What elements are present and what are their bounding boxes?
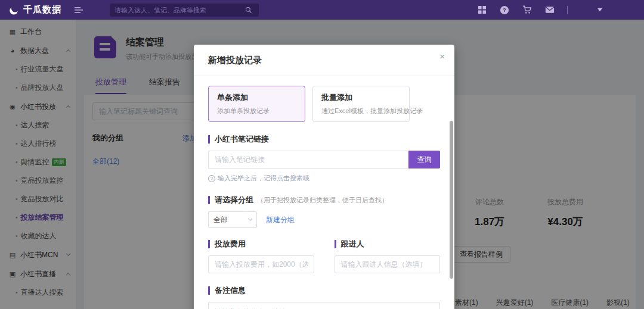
- logo-text: 千瓜数据: [23, 4, 61, 15]
- header-icons: ?: [476, 5, 602, 15]
- section-follower: 跟进人: [335, 240, 441, 248]
- scrollbar-thumb[interactable]: [450, 121, 453, 279]
- close-icon[interactable]: ×: [439, 52, 445, 61]
- caret-down-icon[interactable]: [597, 8, 602, 11]
- option-desc: 通过Excel模板，批量添加投放记录: [321, 107, 401, 116]
- fee-follower-row: 投放费用 跟进人: [208, 228, 440, 273]
- hint-text: 输入完毕之后，记得点击搜索哦: [218, 174, 309, 183]
- svg-text:?: ?: [503, 7, 506, 13]
- section-group: 请选择分组 （用于把投放记录归类整理，便于日后查找）: [208, 196, 440, 204]
- global-search: [110, 4, 259, 17]
- new-group-link[interactable]: 新建分组: [266, 215, 295, 225]
- chevron-down-icon: [248, 217, 252, 221]
- section-label: 小红书笔记链接: [215, 135, 269, 143]
- note-link-hint: ? 输入完毕之后，记得点击搜索哦: [208, 174, 440, 183]
- note-link-row: 查询: [208, 151, 440, 168]
- note-link-input[interactable]: [208, 151, 408, 168]
- option-desc: 添加单条投放记录: [217, 107, 296, 116]
- search-icon[interactable]: [239, 4, 259, 17]
- screen: 千瓜数据: [0, 0, 644, 309]
- option-card-batch-add[interactable]: 批量添加 通过Excel模板，批量添加投放记录: [312, 86, 410, 122]
- section-label: 投放费用: [215, 240, 246, 248]
- cart-icon[interactable]: [522, 5, 532, 15]
- section-label: 备注信息: [215, 286, 246, 295]
- section-label: 请选择分组: [215, 196, 253, 204]
- group-select[interactable]: 全部: [208, 211, 257, 228]
- add-mode-options: 单条添加 添加单条投放记录 批量添加 通过Excel模板，批量添加投放记录: [208, 86, 440, 122]
- mail-icon[interactable]: [544, 5, 555, 15]
- section-note: （用于把投放记录归类整理，便于日后查找）: [257, 196, 388, 204]
- help-icon[interactable]: ?: [499, 5, 510, 15]
- modal-body: 单条添加 添加单条投放记录 批量添加 通过Excel模板，批量添加投放记录 小红…: [194, 76, 454, 309]
- section-label: 跟进人: [341, 240, 364, 248]
- top-header: 千瓜数据: [0, 0, 644, 20]
- logo[interactable]: 千瓜数据: [0, 4, 61, 15]
- global-search-input[interactable]: [110, 7, 239, 14]
- modal-title: 新增投放记录: [208, 55, 262, 66]
- qiangua-logo-icon: [8, 5, 19, 15]
- apps-grid-icon[interactable]: [476, 5, 487, 15]
- query-button[interactable]: 查询: [408, 151, 440, 168]
- section-note-link: 小红书笔记链接: [208, 135, 440, 143]
- remark-textarea[interactable]: [208, 302, 440, 309]
- fee-input[interactable]: [208, 255, 314, 273]
- modal-header: 新增投放记录 ×: [194, 45, 454, 76]
- modal-scrollbar[interactable]: [450, 78, 453, 309]
- option-card-single-add[interactable]: 单条添加 添加单条投放记录: [208, 86, 305, 122]
- collapse-menu-icon[interactable]: [75, 7, 83, 14]
- section-remark: 备注信息: [208, 286, 440, 295]
- group-row: 全部 新建分组: [208, 211, 440, 228]
- option-title: 单条添加: [217, 92, 296, 103]
- add-placement-record-modal: 新增投放记录 × 单条添加 添加单条投放记录 批量添加 通过Excel模板，批量…: [194, 45, 454, 309]
- header-divider: [567, 6, 568, 14]
- section-fee: 投放费用: [208, 240, 314, 248]
- info-icon: ?: [208, 175, 215, 182]
- follower-input[interactable]: [335, 255, 441, 273]
- group-select-value: 全部: [213, 215, 228, 225]
- option-title: 批量添加: [321, 92, 401, 103]
